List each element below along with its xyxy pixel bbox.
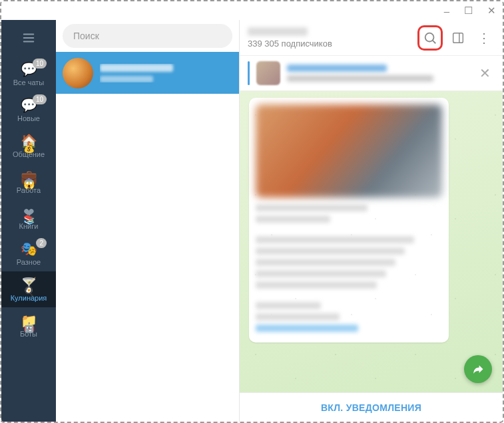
svg-rect-1 xyxy=(453,33,463,43)
msg-line xyxy=(256,204,368,212)
sub-icon: 😱 xyxy=(23,178,35,189)
chat-title-blur xyxy=(100,64,173,72)
pin-close-button[interactable]: ✕ xyxy=(475,65,495,81)
window-titlebar: – ☐ ✕ xyxy=(1,1,503,20)
rail-social[interactable]: 🏠 💰 Общение xyxy=(1,128,56,164)
msg-line xyxy=(256,236,414,243)
search-icon xyxy=(423,31,437,45)
kebab-icon: ⋮ xyxy=(477,31,491,45)
msg-line xyxy=(256,313,340,321)
conversation-pane: 339 305 подписчиков ⋮ xyxy=(240,20,503,422)
badge: 10 xyxy=(33,94,47,104)
badge: 2 xyxy=(36,238,47,248)
chat-avatar xyxy=(63,58,93,88)
more-menu-button[interactable]: ⋮ xyxy=(473,30,495,46)
channel-title-blur xyxy=(248,27,308,36)
rail-label: Разное xyxy=(17,258,41,266)
message-scroll[interactable] xyxy=(240,91,503,392)
rail-misc[interactable]: 🎭 2 Разное xyxy=(1,235,56,271)
pin-indicator xyxy=(248,61,250,85)
sub-icon: 📚 xyxy=(23,214,35,225)
pinned-message[interactable]: ✕ xyxy=(240,56,503,91)
rail-label: Новые xyxy=(17,114,40,122)
search-placeholder: Поиск xyxy=(73,31,99,41)
chat-preview-blur xyxy=(100,76,153,82)
pin-text xyxy=(287,65,469,82)
mask-icon: 🎭 xyxy=(21,242,37,255)
search-wrap: Поиск xyxy=(56,20,239,52)
menu-button[interactable] xyxy=(1,20,56,56)
folder-rail: 💬 10 Все чаты 💬 10 Новые 🏠 💰 Общение 💼 😱… xyxy=(1,20,56,422)
chat-list: Поиск xyxy=(56,20,240,422)
rail-bots[interactable]: 📁 🤖 Боты xyxy=(1,307,56,343)
msg-line xyxy=(256,259,395,266)
window-minimize[interactable]: – xyxy=(444,5,449,17)
msg-line xyxy=(256,302,321,309)
message-card[interactable] xyxy=(249,98,449,343)
rail-books[interactable]: ❤ 📚 Книги xyxy=(1,200,56,235)
share-icon xyxy=(471,362,485,376)
msg-link-blur xyxy=(256,325,358,332)
svg-point-0 xyxy=(425,33,434,41)
subscriber-count: 339 305 подписчиков xyxy=(248,39,415,49)
sub-icon: 💰 xyxy=(23,142,35,153)
sub-icon: 🤖 xyxy=(23,322,35,333)
rail-cooking[interactable]: 🍸 🍳 Кулинария xyxy=(1,271,56,307)
sub-icon: 🍳 xyxy=(23,286,35,297)
chat-meta xyxy=(100,64,232,82)
app-body: 💬 10 Все чаты 💬 10 Новые 🏠 💰 Общение 💼 😱… xyxy=(1,20,503,422)
msg-line xyxy=(256,281,377,289)
app-window: – ☐ ✕ 💬 10 Все чаты 💬 10 Новые 🏠 💰 Обще xyxy=(0,0,504,423)
chat-row[interactable] xyxy=(56,52,239,94)
pin-thumbnail xyxy=(256,61,280,85)
window-maximize[interactable]: ☐ xyxy=(464,5,473,17)
rail-work[interactable]: 💼 😱 Работа xyxy=(1,164,56,200)
notifications-toggle[interactable]: ВКЛ. УВЕДОМЛЕНИЯ xyxy=(240,392,503,422)
rail-new[interactable]: 💬 10 Новые xyxy=(1,92,56,128)
header-titlewrap[interactable]: 339 305 подписчиков xyxy=(248,27,415,49)
search-input[interactable]: Поиск xyxy=(63,24,232,48)
search-in-chat-button[interactable] xyxy=(417,25,443,51)
rail-label: Все чаты xyxy=(13,78,45,86)
panel-icon xyxy=(451,31,465,45)
msg-line xyxy=(256,215,330,223)
pin-title-blur xyxy=(287,65,387,72)
msg-line xyxy=(256,247,405,255)
share-fab[interactable] xyxy=(464,355,492,383)
pin-body-blur xyxy=(287,75,433,82)
notifications-label: ВКЛ. УВЕДОМЛЕНИЯ xyxy=(321,402,421,413)
rail-all-chats[interactable]: 💬 10 Все чаты xyxy=(1,56,56,92)
hamburger-icon xyxy=(21,31,36,45)
side-panel-button[interactable] xyxy=(445,25,471,51)
window-close[interactable]: ✕ xyxy=(487,5,496,17)
message-image-blur xyxy=(256,104,442,198)
close-icon: ✕ xyxy=(479,66,491,80)
badge: 10 xyxy=(33,59,47,69)
msg-line xyxy=(256,270,386,277)
conversation-header: 339 305 подписчиков ⋮ xyxy=(240,20,503,56)
